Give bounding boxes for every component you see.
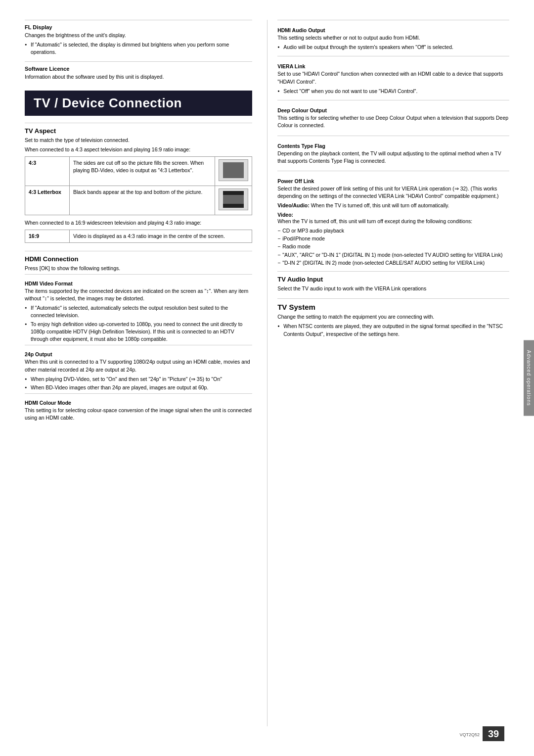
viera-link-title: VIERA Link xyxy=(277,63,509,69)
tv-audio-input-title: TV Audio Input xyxy=(277,276,509,283)
page-number: 39 xyxy=(483,726,504,741)
hdmi-colour-mode-title: HDMI Colour Mode xyxy=(25,400,252,406)
tv-aspect-text2: When connected to a 4:3 aspect televisio… xyxy=(25,146,252,153)
hdmi-video-format-block: HDMI Video Format The items supported by… xyxy=(25,274,252,343)
hdmi-video-format-text: The items supported by the connected dev… xyxy=(25,287,252,302)
power-off-dash4: "AUX", "ARC" or "D-IN 1" (DIGITAL IN 1) … xyxy=(277,251,509,259)
power-off-link-title: Power Off Link xyxy=(277,178,509,184)
hdmi-audio-output-section: HDMI Audio Output This setting selects w… xyxy=(277,20,509,56)
power-off-dash5: "D-IN 2" (DIGITAL IN 2) mode (non-select… xyxy=(277,259,509,267)
power-off-link-text: Select the desired power off link settin… xyxy=(277,185,509,200)
viera-link-section: VIERA Link Set to use "HDAVI Control" fu… xyxy=(277,56,509,100)
software-licence-title: Software Licence xyxy=(25,66,252,72)
tv-audio-input-text: Select the TV audio input to work with t… xyxy=(277,285,509,292)
hdmi-colour-mode-block: HDMI Colour Mode This setting is for sel… xyxy=(25,393,252,422)
table-row: 16:9 Video is displayed as a 4:3 ratio i… xyxy=(25,230,252,242)
tv-aspect-text3: When connected to a 16:9 widescreen tele… xyxy=(25,219,252,227)
tv-aspect-table2: 16:9 Video is displayed as a 4:3 ratio i… xyxy=(25,230,252,243)
contents-type-flag-text: Depending on the playback content, the T… xyxy=(277,150,509,165)
table-row: 4:3 Letterbox Black bands appear at the … xyxy=(25,186,252,215)
power-off-dash1: CD or MP3 audio playback xyxy=(277,227,509,235)
aspect-label-169: 16:9 xyxy=(25,230,70,242)
hdmi-video-format-title: HDMI Video Format xyxy=(25,281,252,286)
hdmi-colour-mode-text: This setting is for selecting colour-spa… xyxy=(25,407,252,422)
deep-colour-output-text: This setting is for selecting whether to… xyxy=(277,114,509,129)
advanced-operations-tab: Advanced operations xyxy=(524,340,534,416)
aspect-desc-169: Video is displayed as a 4:3 ratio image … xyxy=(70,230,252,242)
hdmi-connection-text: Press [OK] to show the following setting… xyxy=(25,265,252,272)
software-licence-text: Information about the software used by t… xyxy=(25,73,252,81)
fl-display-title: FL Display xyxy=(25,24,252,30)
software-licence-section: Software Licence Information about the s… xyxy=(25,61,252,87)
power-off-link-video-audio-block: Video/Audio: When the TV is turned off, … xyxy=(277,202,509,209)
tv-system-section: TV System Change the setting to match th… xyxy=(277,298,509,343)
24p-output-block: 24p Output When this unit is connected t… xyxy=(25,345,252,391)
deep-colour-output-section: Deep Colour Output This setting is for s… xyxy=(277,100,509,135)
right-column: HDMI Audio Output This setting selects w… xyxy=(267,20,509,726)
hdmi-connection-title: HDMI Connection xyxy=(25,255,252,263)
viera-link-text: Set to use "HDAVI Control" function when… xyxy=(277,70,509,85)
aspect-label-43: 4:3 xyxy=(25,157,70,186)
vqt-code: VQT2Q52 xyxy=(459,732,480,737)
tv-device-connection-header: TV / Device Connection xyxy=(25,91,252,116)
24p-output-bullet1: When playing DVD-Video, set to "On" and … xyxy=(25,376,252,383)
video-subtitle: Video: xyxy=(277,212,293,218)
hdmi-audio-output-title: HDMI Audio Output xyxy=(277,27,509,33)
video-text: When the TV is turned off, this unit wil… xyxy=(277,218,509,225)
tv-aspect-table1: 4:3 The sides are cut off so the picture… xyxy=(25,156,252,215)
tv-aspect-section: TV Aspect Set to match the type of telev… xyxy=(25,123,252,251)
tv-aspect-title: TV Aspect xyxy=(25,127,252,135)
tv-audio-input-section: TV Audio Input Select the TV audio input… xyxy=(277,271,509,298)
viera-link-bullet: Select "Off" when you do not want to use… xyxy=(277,88,509,95)
power-off-dash2: iPod/iPhone mode xyxy=(277,235,509,242)
aspect-label-43lb: 4:3 Letterbox xyxy=(25,186,70,215)
24p-output-bullet2: When BD-Video images other than 24p are … xyxy=(25,384,252,391)
contents-type-flag-title: Contents Type Flag xyxy=(277,143,509,149)
power-off-dash3: Radio mode xyxy=(277,243,509,250)
tv-aspect-text1: Set to match the type of television conn… xyxy=(25,137,252,144)
video-audio-subtitle: Video/Audio: xyxy=(277,202,310,208)
24p-output-title: 24p Output xyxy=(25,351,252,357)
tv-system-title: TV System xyxy=(277,303,509,311)
hdmi-connection-section: HDMI Connection Press [OK] to show the f… xyxy=(25,251,252,428)
aspect-desc-43: The sides are cut off so the picture fil… xyxy=(70,157,215,186)
power-off-link-section: Power Off Link Select the desired power … xyxy=(277,171,509,271)
video-audio-text: When the TV is turned off, this unit wil… xyxy=(311,202,449,208)
deep-colour-output-title: Deep Colour Output xyxy=(277,107,509,113)
hdmi-audio-output-bullet: Audio will be output through the system'… xyxy=(277,44,509,51)
hdmi-video-format-bullet2: To enjoy high definition video up-conver… xyxy=(25,321,252,343)
hdmi-audio-output-text: This setting selects whether or not to o… xyxy=(277,34,509,42)
aspect-img-43 xyxy=(215,157,252,186)
fl-display-bullet: If "Automatic" is selected, the display … xyxy=(25,41,252,56)
table-row: 4:3 The sides are cut off so the picture… xyxy=(25,157,252,186)
aspect-img-43lb xyxy=(215,186,252,215)
24p-output-text: When this unit is connected to a TV supp… xyxy=(25,358,252,373)
contents-type-flag-section: Contents Type Flag Depending on the play… xyxy=(277,136,509,171)
tv-system-bullet: When NTSC contents are played, they are … xyxy=(277,323,509,337)
tv-system-text: Change the setting to match the equipmen… xyxy=(277,313,509,321)
power-off-link-video-block: Video: xyxy=(277,212,509,218)
hdmi-video-format-bullet1: If "Automatic" is selected, automaticall… xyxy=(25,304,252,319)
left-column: FL Display Changes the brightness of the… xyxy=(25,20,267,726)
fl-display-section: FL Display Changes the brightness of the… xyxy=(25,20,252,61)
page: FL Display Changes the brightness of the… xyxy=(0,0,534,756)
aspect-desc-43lb: Black bands appear at the top and bottom… xyxy=(70,186,215,215)
fl-display-text: Changes the brightness of the unit's dis… xyxy=(25,32,252,39)
